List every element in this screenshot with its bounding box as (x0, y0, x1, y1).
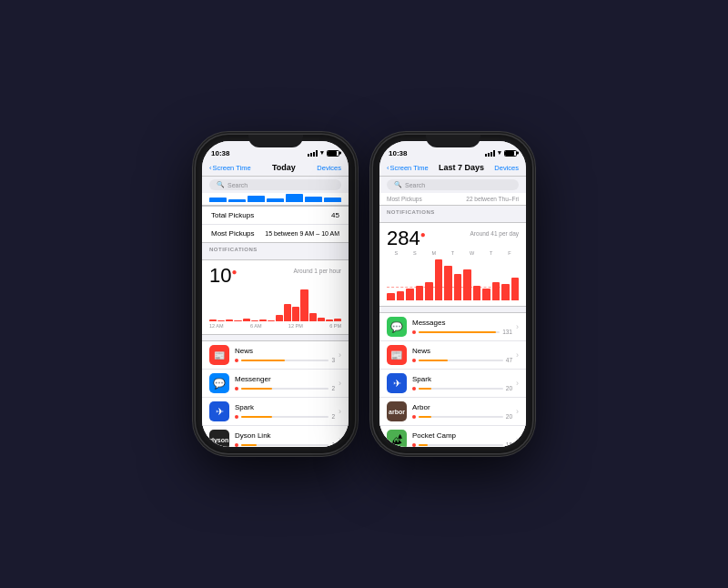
big-num-1: 10● (209, 264, 238, 287)
signal-2 (485, 150, 495, 157)
messenger-icon: 💬 (209, 373, 229, 393)
chevron-icon: › (339, 435, 341, 444)
total-pickups-row: Total Pickups 45 (202, 207, 349, 225)
nav-title-2: Last 7 Days (439, 163, 484, 172)
chevron-icon: › (516, 407, 519, 416)
nav-back-1[interactable]: ‹ Screen Time (209, 164, 251, 172)
app-list-2: 💬 Messages 131 › 📰 (379, 312, 526, 447)
app-item-spark-2[interactable]: ✈ Spark 20 › (379, 370, 526, 398)
nav-devices-1[interactable]: Devices (317, 164, 341, 172)
chevron-icon: › (516, 350, 519, 360)
app-item-arbor[interactable]: arbor Arbor 20 › (379, 398, 526, 426)
chart-labels-1: 12 AM6 AM12 PM6 PM (209, 323, 341, 329)
search-bar-1: 🔍 Search (202, 177, 349, 193)
news-icon: 📰 (209, 345, 229, 365)
arbor-icon: arbor (387, 401, 407, 421)
wifi-icon-1: ▾ (320, 149, 324, 157)
content-2: NOTIFICATIONS 284● Around 41 per day SSM… (379, 206, 526, 447)
chart-subtitle-1: Around 1 per hour (294, 268, 341, 274)
chevron-icon: › (516, 379, 519, 388)
app-item-spark[interactable]: ✈ Spark 2 › (202, 398, 349, 426)
notifications-header-1: NOTIFICATIONS (202, 243, 349, 254)
nav-devices-2[interactable]: Devices (494, 164, 519, 172)
wifi-icon-2: ▾ (498, 149, 501, 157)
notch-2 (426, 135, 480, 147)
search-bar-2: 🔍 Search (379, 177, 526, 193)
chart-card-1: 10● Around 1 per hour (202, 259, 349, 335)
phone-1: 10:38 ▾ ‹ Screen Time Today (196, 135, 355, 453)
pickup-chart-1 (202, 193, 349, 206)
time-1: 10:38 (211, 149, 229, 157)
chart-subtitle-2: Around 41 per day (470, 230, 519, 237)
nav-title-1: Today (272, 163, 296, 172)
chevron-icon: › (339, 350, 341, 360)
pickups-info-2: Most Pickups 22 between Thu–Fri (379, 193, 526, 206)
chevron-icon: › (339, 407, 341, 416)
pocket-camp-icon: 🏕 (387, 430, 407, 447)
app-item-messenger[interactable]: 💬 Messenger 2 › (202, 370, 349, 398)
notch-1 (248, 135, 303, 147)
dyson-icon: dyson (209, 430, 229, 447)
chart-area-1 (209, 289, 341, 321)
chevron-icon: › (516, 322, 519, 331)
spark-icon: ✈ (209, 401, 229, 421)
messages-icon-2: 💬 (387, 317, 407, 337)
app-item-pocket-camp[interactable]: 🏕 Pocket Camp 15 › (379, 426, 526, 447)
app-item-news[interactable]: 📰 News 3 › (202, 341, 349, 370)
battery-2 (504, 150, 517, 157)
nav-bar-2: ‹ Screen Time Last 7 Days Devices (379, 161, 526, 177)
search-icon-2: 🔍 (394, 181, 402, 188)
nav-back-2[interactable]: ‹ Screen Time (387, 164, 429, 172)
spark-icon-2: ✈ (387, 373, 407, 393)
nav-bar-1: ‹ Screen Time Today Devices (202, 161, 349, 177)
chart-card-2: 284● Around 41 per day SSMTWTF (379, 222, 526, 307)
app-list-1: 📰 News 3 › 💬 (202, 340, 349, 447)
search-input-2[interactable]: 🔍 Search (387, 179, 519, 190)
phone-2: 10:38 ▾ ‹ Screen Time Last 7 Days (373, 135, 532, 453)
most-pickups-row: Most Pickups 15 between 9 AM – 10 AM (202, 225, 349, 242)
news-icon-2: 📰 (387, 345, 407, 365)
status-icons-1: ▾ (308, 149, 339, 157)
time-2: 10:38 (389, 149, 407, 157)
app-info-news: News 3 (235, 347, 335, 363)
app-item-news-2[interactable]: 📰 News 47 › (379, 341, 526, 370)
chevron-icon: › (339, 379, 341, 388)
search-input-1[interactable]: 🔍 Search (209, 179, 341, 190)
battery-1 (327, 150, 339, 157)
big-num-2: 284● (387, 227, 426, 249)
weekly-chart-2 (387, 259, 519, 300)
chevron-icon: › (516, 435, 519, 444)
app-item-messages-2[interactable]: 💬 Messages 131 › (379, 313, 526, 341)
status-icons-2: ▾ (485, 149, 517, 157)
stats-card-1: Total Pickups 45 Most Pickups 15 between… (202, 206, 349, 243)
notifications-header-2: NOTIFICATIONS (379, 206, 526, 217)
search-icon-1: 🔍 (217, 181, 225, 188)
app-item-dyson[interactable]: dyson Dyson Link 1 › (202, 426, 349, 447)
signal-1 (308, 150, 318, 157)
weekly-labels-2: SSMTWTF (387, 250, 519, 256)
content-1: Total Pickups 45 Most Pickups 15 between… (202, 206, 349, 447)
